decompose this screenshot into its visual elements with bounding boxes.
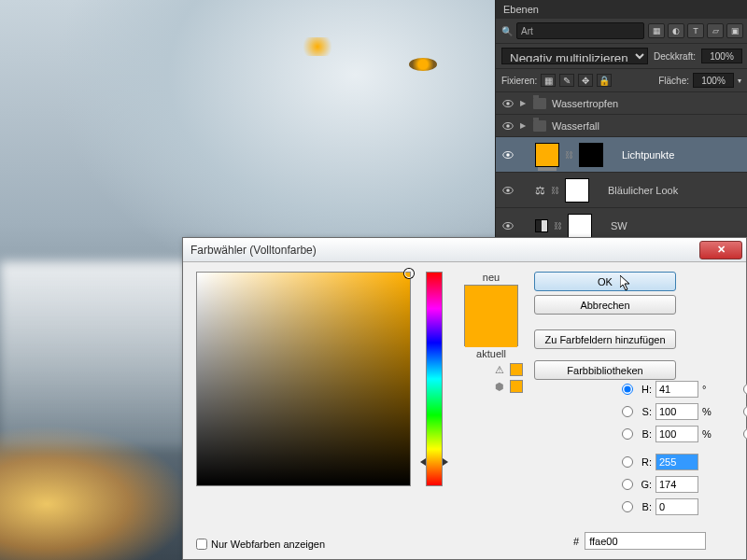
current-color-swatch[interactable] [465,316,517,347]
current-color-label: aktuell [458,348,525,359]
layer-mask-thumbnail[interactable] [579,143,603,167]
link-icon[interactable]: ⛓ [554,221,562,231]
svg-point-7 [506,189,510,192]
lock-pixels-icon[interactable]: ▦ [541,74,556,87]
adjustment-icon: ⚖ [535,184,545,197]
radio-l[interactable] [743,384,747,395]
radio-bb[interactable] [622,501,633,512]
svg-point-9 [506,224,510,228]
close-button[interactable]: ✕ [699,241,742,259]
filter-shape-icon[interactable]: ▱ [707,23,724,38]
input-bb[interactable] [655,498,698,515]
layer-name: Wasserfall [552,120,599,132]
opacity-label: Deckkraft: [654,51,696,62]
layer-row-selected[interactable]: ⛓ Lichtpunkte [496,137,747,173]
radio-g[interactable] [622,479,633,490]
lock-label: Fixieren: [501,76,537,86]
layers-panel: Ebenen 🔍 ▦ ◐ T ▱ ▣ Negativ multipliziere… [495,0,747,243]
hue-cursor [420,458,448,466]
visibility-icon[interactable] [501,184,514,197]
add-to-swatches-button[interactable]: Zu Farbfeldern hinzufügen [534,329,676,349]
dialog-titlebar[interactable]: Farbwähler (Volltonfarbe) ✕ [183,238,746,262]
label-s: S: [637,406,652,417]
hue-slider[interactable] [426,272,443,486]
label-g: G: [637,479,652,490]
fill-label: Fläche: [658,76,689,86]
new-color-swatch [465,286,517,316]
web-colors-only-label: Nur Webfarben anzeigen [211,539,325,550]
layer-name: SW [611,220,627,231]
color-picker-dialog: Farbwähler (Volltonfarbe) ✕ neu aktuell … [182,237,747,560]
layer-list: ▶ Wassertropfen ▶ Wasserfall ⛓ Lichtpunk… [496,92,747,244]
adjustment-icon [535,219,548,232]
radio-r[interactable] [622,456,633,468]
lock-all-icon[interactable]: 🔒 [597,74,612,87]
lock-position-brush-icon[interactable]: ✎ [559,74,574,87]
gamut-swatch[interactable] [510,363,523,376]
gamut-warning-icon[interactable]: ⚠ [495,364,504,376]
filter-adjust-icon[interactable]: ◐ [668,23,684,38]
saturation-value-field[interactable] [196,272,411,486]
ok-button[interactable]: OK [534,272,676,291]
label-b: B: [637,428,652,440]
layer-filter-type[interactable] [516,22,644,39]
svg-point-5 [506,153,510,157]
link-icon[interactable]: ⛓ [565,150,573,160]
label-bb: B: [637,501,652,512]
svg-point-3 [506,124,510,128]
dialog-title: Farbwähler (Volltonfarbe) [190,244,699,257]
layer-row[interactable]: ▶ Wassertropfen [496,92,747,115]
blend-mode-select[interactable]: Negativ multiplizieren [501,48,648,64]
visibility-icon[interactable] [501,219,514,232]
web-colors-only-checkbox[interactable] [196,539,207,550]
label-h: H: [637,384,652,395]
input-s[interactable] [655,403,698,420]
link-icon[interactable]: ⛓ [551,186,559,195]
visibility-icon[interactable] [501,119,514,133]
color-libraries-button[interactable]: Farbbibliotheken [534,360,676,380]
layer-row[interactable]: ⚖ ⛓ Bläulicher Look [496,173,747,208]
layers-panel-title: Ebenen [496,0,747,19]
layer-name: Bläulicher Look [608,185,678,196]
fill-input[interactable] [693,73,734,88]
opacity-input[interactable] [701,49,742,63]
sv-cursor [404,269,414,278]
folder-icon [533,120,546,132]
filter-pixel-icon[interactable]: ▦ [648,23,665,38]
canvas-highlight [409,58,437,71]
lock-move-icon[interactable]: ✥ [578,74,593,87]
new-color-label: neu [458,272,525,283]
visibility-icon[interactable] [501,148,514,161]
input-r[interactable] [655,454,698,470]
disclosure-icon[interactable]: ▶ [520,121,526,130]
input-h[interactable] [655,381,698,398]
radio-lab-b[interactable] [743,428,747,440]
disclosure-icon[interactable]: ▶ [520,99,526,107]
cancel-button[interactable]: Abbrechen [534,295,676,315]
filter-type-icon[interactable]: T [687,23,704,38]
folder-icon [533,98,546,109]
fill-thumbnail[interactable] [535,143,559,167]
layer-name: Lichtpunkte [622,149,674,161]
visibility-icon[interactable] [501,97,514,110]
websafe-warning-icon[interactable]: ⬢ [495,381,504,393]
input-g[interactable] [655,476,698,493]
filter-smart-icon[interactable]: ▣ [726,23,743,38]
hex-prefix: # [573,536,579,547]
websafe-swatch[interactable] [510,380,523,393]
layer-row[interactable]: ▶ Wasserfall [496,115,747,137]
hex-input[interactable] [585,532,706,550]
layer-mask-thumbnail[interactable] [568,214,592,238]
input-b[interactable] [655,426,698,442]
radio-b[interactable] [622,428,633,440]
radio-a[interactable] [743,406,747,417]
svg-point-1 [506,102,510,105]
layer-mask-thumbnail[interactable] [565,178,589,203]
radio-s[interactable] [622,406,633,417]
layer-name: Wassertropfen [552,98,618,109]
radio-h[interactable] [622,384,633,395]
color-preview [464,285,518,346]
label-r: R: [637,456,652,468]
